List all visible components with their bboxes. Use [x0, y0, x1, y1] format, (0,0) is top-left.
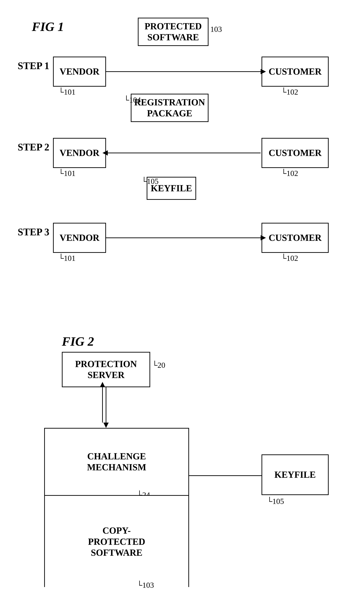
step1-vendor-box: VENDOR — [53, 57, 106, 87]
step1-customer-ref: └102 — [281, 88, 298, 97]
keyfile-ref-fig2: └105 — [267, 497, 284, 506]
step3-vendor-box: VENDOR — [53, 223, 106, 253]
step2-customer-box: CUSTOMER — [262, 138, 329, 168]
step3-vendor-ref: └101 — [58, 254, 75, 263]
fig2-title: FIG 2 — [62, 334, 94, 349]
protected-software-ref: 103 — [210, 25, 222, 34]
step2-vendor-ref: └101 — [58, 169, 75, 178]
fig1-diagram: FIG 1 PROTECTED SOFTWARE 103 STEP 1 VEND… — [18, 14, 346, 324]
page: FIG 1 PROTECTED SOFTWARE 103 STEP 1 VEND… — [0, 0, 364, 604]
copy-protected-box: COPY- PROTECTED SOFTWARE — [45, 496, 188, 588]
keyfile-ref-step2: └105 — [141, 177, 158, 186]
fig1-title: FIG 1 — [32, 19, 64, 34]
step1-customer-box: CUSTOMER — [262, 57, 329, 87]
protection-server-ref: └20 — [152, 361, 165, 370]
protected-software-box: PROTECTED SOFTWARE — [138, 18, 208, 46]
step2-label: STEP 2 — [18, 141, 49, 153]
step2-vendor-box: VENDOR — [53, 138, 106, 168]
fig2-diagram: FIG 2 PROTECTION SERVER └20 CHALLENGE ME… — [18, 334, 346, 604]
challenge-mechanism-box: CHALLENGE MECHANISM — [45, 428, 188, 496]
step2-customer-ref: └102 — [281, 169, 298, 178]
step3-label: STEP 3 — [18, 226, 49, 238]
svg-marker-7 — [103, 423, 109, 428]
copy-ref: └103 — [137, 581, 154, 590]
step3-customer-box: CUSTOMER — [262, 223, 329, 253]
step3-customer-ref: └102 — [281, 254, 298, 263]
keyfile-box-fig2: KEYFILE — [262, 454, 329, 495]
package-ref: └104 — [124, 96, 141, 104]
step1-vendor-ref: └101 — [58, 88, 75, 97]
step1-label: STEP 1 — [18, 60, 49, 71]
outer-container-box: CHALLENGE MECHANISM └24 COPY- PROTECTED … — [44, 428, 189, 587]
protection-server-box: PROTECTION SERVER — [62, 352, 150, 387]
registration-package-box: REGISTRATION PACKAGE — [131, 94, 208, 122]
